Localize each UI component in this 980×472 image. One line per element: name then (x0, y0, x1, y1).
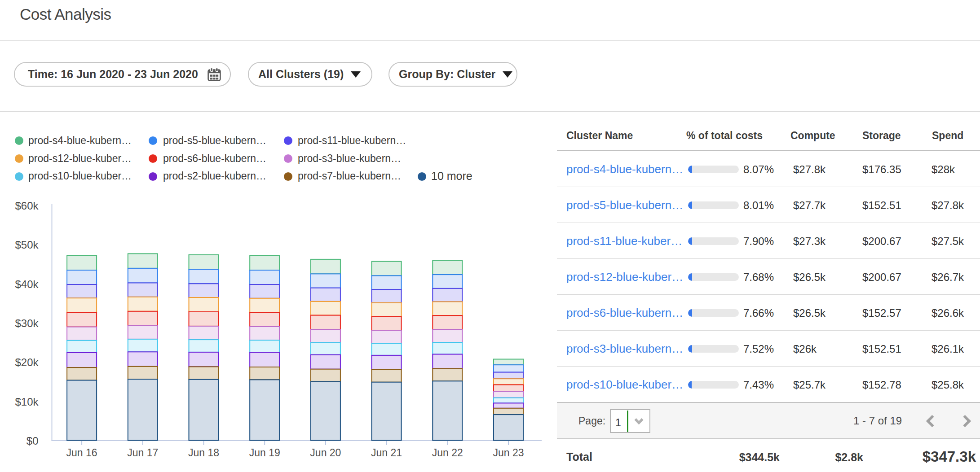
svg-text:$60k: $60k (15, 200, 39, 212)
svg-text:$50k: $50k (15, 239, 39, 251)
svg-text:$20k: $20k (15, 356, 39, 368)
svg-text:Jun 21: Jun 21 (371, 447, 402, 459)
svg-text:Jun 19: Jun 19 (249, 447, 280, 459)
svg-text:Jun 23: Jun 23 (493, 447, 524, 459)
svg-text:$30k: $30k (15, 317, 39, 329)
svg-text:$0: $0 (26, 435, 39, 447)
svg-text:$10k: $10k (15, 396, 39, 408)
svg-text:Jun 16: Jun 16 (66, 447, 97, 459)
svg-text:$40k: $40k (15, 278, 39, 290)
svg-text:Jun 17: Jun 17 (127, 447, 158, 459)
svg-text:Jun 22: Jun 22 (432, 447, 463, 459)
svg-text:Jun 18: Jun 18 (188, 447, 219, 459)
svg-text:Jun 20: Jun 20 (310, 447, 341, 459)
